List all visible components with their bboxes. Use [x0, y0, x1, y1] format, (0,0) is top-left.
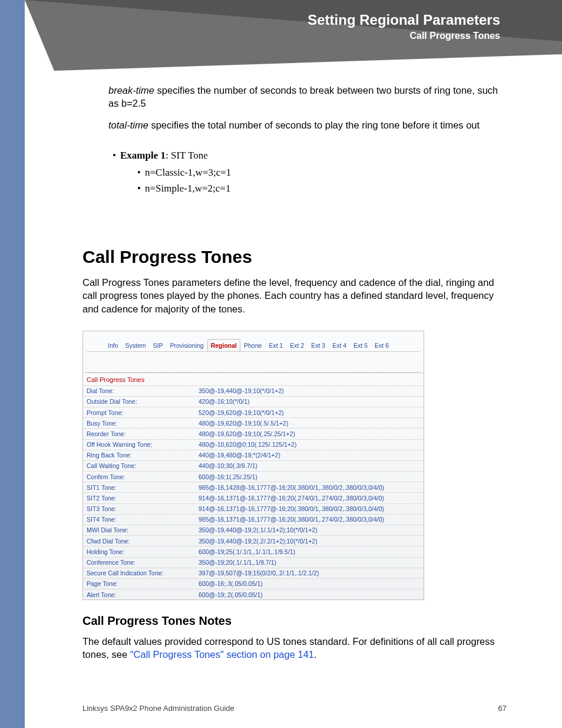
param-row: Outside Dial Tone:420@-16;10(*/0/1)	[83, 396, 424, 407]
term-total-time: total-time	[108, 120, 148, 130]
tabs-spacer	[87, 351, 420, 373]
left-accent-bar	[0, 0, 25, 728]
param-value[interactable]: 600@-19;25(.1/.1/1,.1/.1/1,.1/9.5/1)	[199, 548, 420, 556]
param-value[interactable]: 480@-19,620@-19;10(.5/.5/1+2)	[199, 419, 420, 427]
param-label: SIT3 Tone:	[87, 505, 199, 513]
param-row: SIT2 Tone:914@-16,1371@-16,1777@-16;20(.…	[83, 492, 424, 503]
param-value[interactable]: 985@-16,1428@-16,1777@-16;20(.380/0/1,.3…	[199, 483, 420, 492]
tab-ext-3[interactable]: Ext 3	[308, 339, 329, 351]
param-value[interactable]: 600@-16;.3(.05/0.05/1)	[199, 579, 420, 588]
tab-ext-4[interactable]: Ext 4	[329, 339, 350, 351]
tabs-row: InfoSystemSIPProvisioningRegionalPhoneEx…	[83, 331, 424, 351]
param-value[interactable]: 350@-19,440@-19;2(.1/.1/1+2);10(*/0/1+2)	[199, 526, 420, 534]
tab-sip[interactable]: SIP	[150, 339, 167, 351]
param-row: Page Tone:600@-16;.3(.05/0.05/1)	[83, 578, 424, 589]
param-label: Alert Tone:	[87, 591, 199, 599]
param-row: Ring Back Tone:440@-19,480@-19;*(2/4/1+2…	[83, 450, 424, 460]
tab-phone[interactable]: Phone	[240, 339, 265, 351]
param-row: Call Waiting Tone:440@-10;30(.3/9.7/1)	[83, 460, 424, 471]
example-label: Example 1	[120, 150, 166, 161]
param-label: Busy Tone:	[87, 419, 199, 427]
param-label: MWI Dial Tone:	[87, 526, 199, 534]
param-row: Busy Tone:480@-19,620@-19;10(.5/.5/1+2)	[83, 417, 424, 428]
tab-regional[interactable]: Regional	[207, 339, 240, 351]
tab-ext-5[interactable]: Ext 5	[350, 339, 371, 351]
param-value[interactable]: 397@-19,507@-19;15(0/2/0,.2/.1/1,.1/2.1/…	[199, 569, 420, 577]
config-screenshot: InfoSystemSIPProvisioningRegionalPhoneEx…	[82, 331, 424, 600]
param-label: Call Waiting Tone:	[87, 462, 199, 470]
bullet-icon: •	[133, 182, 145, 196]
param-row: SIT4 Tone:985@-16,1371@-16,1777@-16;20(.…	[83, 514, 424, 525]
param-label: SIT2 Tone:	[87, 494, 199, 502]
page-header-title: Setting Regional Parameters	[308, 12, 500, 28]
bullet-icon: •	[108, 149, 120, 163]
param-label: Secure Call Indication Tone:	[87, 569, 199, 577]
tab-ext-6[interactable]: Ext 6	[371, 339, 392, 351]
param-value[interactable]: 600@-16;1(.25/.25/1)	[199, 473, 420, 481]
panel-section-title: Call Progress Tones	[83, 373, 424, 386]
header-banner: Setting Regional Parameters Call Progres…	[25, 0, 562, 77]
example-list: • Example 1: SIT Tone • n=Classic-1,w=3;…	[108, 149, 507, 196]
param-value[interactable]: 480@-19,620@-19;10(.25/.25/1+2)	[199, 430, 420, 438]
param-row: Cfwd Dial Tone:350@-19,440@-19;2(.2/.2/1…	[83, 535, 424, 546]
param-value[interactable]: 985@-16,1371@-16,1777@-16;20(.380/0/1,.2…	[199, 515, 420, 523]
example-item: n=Simple-1,w=2;c=1	[145, 182, 230, 196]
page-header-subtitle: Call Progress Tones	[409, 31, 500, 41]
param-label: Outside Dial Tone:	[87, 397, 199, 406]
param-row: Prompt Tone:520@-19,620@-19;10(*/0/1+2)	[83, 407, 424, 417]
param-row: Alert Tone:600@-19;.2(.05/0.05/1)	[83, 589, 424, 599]
tab-ext-1[interactable]: Ext 1	[265, 339, 286, 351]
param-value[interactable]: 440@-19,480@-19;*(2/4/1+2)	[199, 451, 420, 459]
param-value[interactable]: 520@-19,620@-19;10(*/0/1+2)	[199, 409, 420, 417]
param-value[interactable]: 350@-19;20(.1/.1/1,.1/9.7/1)	[199, 558, 420, 566]
term-break-time: break-time	[108, 85, 154, 95]
param-label: Reorder Tone:	[87, 430, 199, 438]
notes-heading: Call Progress Tones Notes	[82, 613, 507, 629]
notes-paragraph: The default values provided correspond t…	[82, 635, 507, 661]
param-value[interactable]: 350@-19,440@-19;2(.2/.2/1+2);10(*/0/1+2)	[199, 537, 420, 545]
param-label: SIT1 Tone:	[87, 483, 199, 492]
param-row: SIT1 Tone:985@-16,1428@-16,1777@-16;20(.…	[83, 482, 424, 492]
cross-reference-link[interactable]: "Call Progress Tones" section on page 14…	[130, 649, 314, 660]
param-row: Secure Call Indication Tone:397@-19,507@…	[83, 568, 424, 578]
param-value[interactable]: 440@-10;30(.3/9.7/1)	[199, 462, 420, 470]
page-footer: Linksys SPA9x2 Phone Administration Guid…	[82, 704, 507, 713]
param-label: Page Tone:	[87, 579, 199, 588]
param-row: Reorder Tone:480@-19,620@-19;10(.25/.25/…	[83, 428, 424, 439]
param-value[interactable]: 914@-16,1371@-16,1777@-16;20(.380/0/1,.3…	[199, 505, 420, 513]
param-label: Holding Tone:	[87, 548, 199, 556]
param-row: Confirm Tone:600@-16;1(.25/.25/1)	[83, 471, 424, 482]
param-value[interactable]: 350@-19,440@-19;10(*/0/1+2)	[199, 387, 420, 395]
intro-paragraph-1: break-time specifies the number of secon…	[108, 84, 507, 110]
param-row: Conference Tone:350@-19;20(.1/.1/1,.1/9.…	[83, 557, 424, 568]
params-list: Dial Tone:350@-19,440@-19;10(*/0/1+2)Out…	[83, 386, 424, 599]
param-label: Off Hook Warning Tone:	[87, 440, 199, 449]
bullet-icon: •	[133, 166, 145, 180]
param-label: Ring Back Tone:	[87, 451, 199, 459]
tab-provisioning[interactable]: Provisioning	[166, 339, 207, 351]
param-label: Dial Tone:	[87, 387, 199, 395]
param-label: SIT4 Tone:	[87, 515, 199, 523]
param-label: Prompt Tone:	[87, 409, 199, 417]
footer-doc-title: Linksys SPA9x2 Phone Administration Guid…	[82, 704, 234, 713]
example-item: n=Classic-1,w=3;c=1	[145, 166, 231, 180]
param-row: SIT3 Tone:914@-16,1371@-16,1777@-16;20(.…	[83, 503, 424, 514]
param-value[interactable]: 914@-16,1371@-16,1777@-16;20(.274/0/1,.2…	[199, 494, 420, 502]
section-heading: Call Progress Tones	[82, 245, 507, 269]
param-value[interactable]: 600@-19;.2(.05/0.05/1)	[199, 591, 420, 599]
tab-system[interactable]: System	[122, 339, 150, 351]
section-intro-paragraph: Call Progress Tones parameters define th…	[82, 276, 507, 315]
param-label: Confirm Tone:	[87, 473, 199, 481]
tab-info[interactable]: Info	[104, 339, 122, 351]
param-row: Dial Tone:350@-19,440@-19;10(*/0/1+2)	[83, 386, 424, 396]
param-value[interactable]: 480@-10,620@0;10(.125/.125/1+2)	[199, 440, 420, 449]
param-label: Conference Tone:	[87, 558, 199, 566]
intro-paragraph-2: total-time specifies the total number of…	[108, 118, 507, 131]
param-row: Holding Tone:600@-19;25(.1/.1/1,.1/.1/1,…	[83, 546, 424, 556]
footer-page-number: 67	[498, 704, 507, 713]
tab-ext-2[interactable]: Ext 2	[286, 339, 308, 351]
param-label: Cfwd Dial Tone:	[87, 537, 199, 545]
param-row: Off Hook Warning Tone:480@-10,620@0;10(.…	[83, 439, 424, 450]
param-row: MWI Dial Tone:350@-19,440@-19;2(.1/.1/1+…	[83, 525, 424, 535]
param-value[interactable]: 420@-16;10(*/0/1)	[199, 397, 420, 406]
